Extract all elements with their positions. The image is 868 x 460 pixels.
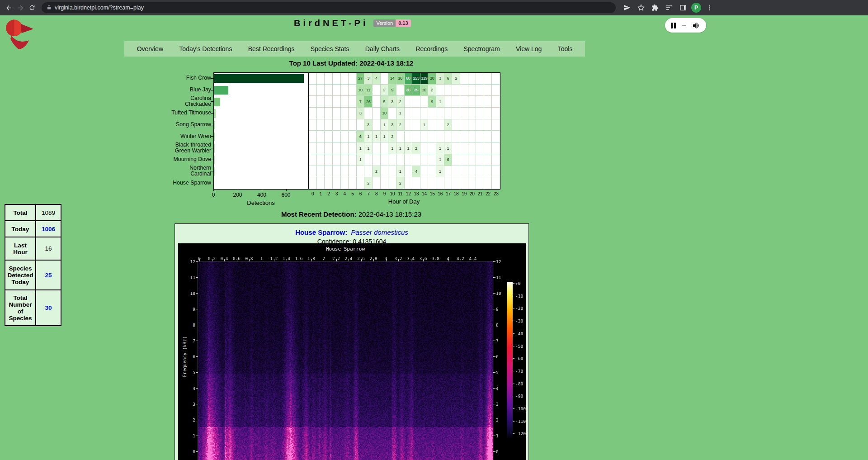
- back-icon[interactable]: [3, 2, 14, 14]
- nav-item-tools[interactable]: Tools: [558, 45, 573, 52]
- heatmap-cell: [492, 85, 500, 96]
- heatmap-cell: [412, 96, 420, 108]
- profile-avatar[interactable]: P: [691, 3, 701, 13]
- side-panel-icon[interactable]: [677, 2, 689, 14]
- heatmap-cell: [492, 73, 500, 85]
- stats-value-today[interactable]: 1006: [36, 221, 61, 237]
- bar-axis-tick-label: 0: [212, 192, 215, 198]
- time-tick: [386, 259, 387, 261]
- hour-tick-label: 20: [470, 191, 475, 196]
- star-icon[interactable]: [635, 2, 647, 14]
- species-label: Mourning Dove: [167, 154, 211, 166]
- stats-value-total-number-of-species[interactable]: 30: [36, 290, 61, 326]
- pause-icon[interactable]: [671, 23, 676, 28]
- freq-tick: [196, 325, 198, 325]
- heatmap-cell: 10: [357, 85, 365, 96]
- hour-tick-label: 3: [335, 191, 338, 196]
- heatmap-cell: [325, 108, 333, 119]
- freq-tick: [493, 388, 495, 389]
- time-tick: [299, 259, 299, 261]
- species-label: Carolina Chickadee: [167, 95, 211, 107]
- heatmap-cell: [412, 131, 420, 143]
- heatmap-cell: [484, 177, 492, 189]
- detections-bar: [214, 156, 215, 164]
- freq-tick: [196, 356, 198, 357]
- audio-player[interactable]: [665, 18, 706, 33]
- nav-item-overview[interactable]: Overview: [137, 45, 163, 52]
- menu-icon[interactable]: [703, 2, 715, 14]
- time-tick: [448, 259, 448, 261]
- nav-item-species-stats[interactable]: Species Stats: [311, 45, 349, 52]
- heatmap-cell: 253: [412, 73, 420, 85]
- heatmap-cell: [452, 166, 460, 178]
- heatmap-cell: [452, 177, 460, 189]
- heatmap-cell: [420, 131, 429, 143]
- nav-item-recordings[interactable]: Recordings: [415, 45, 448, 52]
- bar-axis-tick-label: 400: [257, 192, 266, 198]
- colorbar-tick-label: -50: [515, 343, 523, 348]
- forward-icon[interactable]: [14, 2, 26, 14]
- heatmap-cell: 6: [357, 131, 365, 143]
- nav-item-best-recordings[interactable]: Best Recordings: [248, 45, 295, 52]
- heatmap-cell: [428, 166, 436, 178]
- nav-item-spectrogram[interactable]: Spectrogram: [463, 45, 500, 52]
- heatmap-cell: [333, 166, 341, 178]
- heatmap-cell: 16: [396, 73, 405, 85]
- colorbar-tick-label: -30: [515, 318, 523, 323]
- nav-item-view-log[interactable]: View Log: [516, 45, 542, 52]
- heatmap-cell: [428, 177, 436, 189]
- heatmap-cell: 2: [396, 119, 405, 131]
- heatmap-cell: [428, 119, 436, 131]
- url-bar[interactable]: virginia.birdnetpi.com/?stream=play: [42, 2, 616, 13]
- detections-bar: [214, 167, 215, 176]
- hour-tick-label: 19: [462, 191, 467, 196]
- species-label: Winter Wren: [167, 131, 211, 142]
- heatmap-cell: 1: [405, 142, 413, 154]
- heatmap-cell: 36: [405, 85, 413, 96]
- heatmap-cell: [405, 119, 413, 131]
- heatmap-cell: [468, 96, 476, 108]
- volume-icon[interactable]: [693, 22, 700, 29]
- heatmap-cell: [484, 96, 492, 108]
- colorbar-tick: [513, 346, 514, 346]
- recent-detection-label: Most Recent Detection:: [281, 210, 357, 218]
- freq-tick-label: 9: [185, 307, 195, 312]
- heatmap-cell: [341, 73, 349, 85]
- send-icon[interactable]: [621, 2, 633, 14]
- heatmap-cell: [452, 85, 460, 96]
- heatmap-cell: [317, 142, 325, 154]
- heatmap-cell: [325, 154, 333, 166]
- heatmap-cell: [341, 96, 349, 108]
- species-link[interactable]: House Sparrow:Passer domesticus: [295, 228, 408, 236]
- bar-axis-tick: [286, 189, 287, 191]
- colorbar-tick-label: -90: [515, 394, 523, 398]
- stats-value-species-detected-today[interactable]: 25: [36, 260, 61, 290]
- extensions-icon[interactable]: [649, 2, 661, 14]
- heatmap-cell: 2: [444, 119, 453, 131]
- heatmap-cell: [460, 73, 468, 85]
- heatmap-cell: 3: [436, 73, 444, 85]
- reload-icon[interactable]: [26, 2, 38, 14]
- seek-icon[interactable]: [682, 25, 686, 26]
- time-tick: [287, 259, 287, 261]
- reading-list-icon[interactable]: [663, 2, 675, 14]
- heatmap-cell: [444, 108, 453, 119]
- heatmap-cell: [460, 131, 468, 143]
- heatmap-cell: [341, 119, 349, 131]
- heatmap-cell: [428, 131, 436, 143]
- nav-item-today-s-detections[interactable]: Today's Detections: [179, 45, 232, 52]
- time-tick: [436, 259, 436, 261]
- colorbar-tick: [513, 421, 514, 422]
- heatmap-cell: 5: [381, 96, 389, 108]
- freq-tick: [196, 436, 198, 436]
- heatmap-cell: [373, 96, 381, 108]
- heatmap-cell: [420, 142, 429, 154]
- hour-tick-label: 21: [477, 191, 482, 196]
- version-value: 0.13: [396, 19, 410, 27]
- nav-item-daily-charts[interactable]: Daily Charts: [365, 45, 400, 52]
- freq-tick: [196, 277, 198, 278]
- time-tick: [249, 259, 250, 261]
- heatmap-cell: [460, 177, 468, 189]
- heatmap-cell: [349, 142, 357, 154]
- heatmap-cell: [420, 177, 429, 189]
